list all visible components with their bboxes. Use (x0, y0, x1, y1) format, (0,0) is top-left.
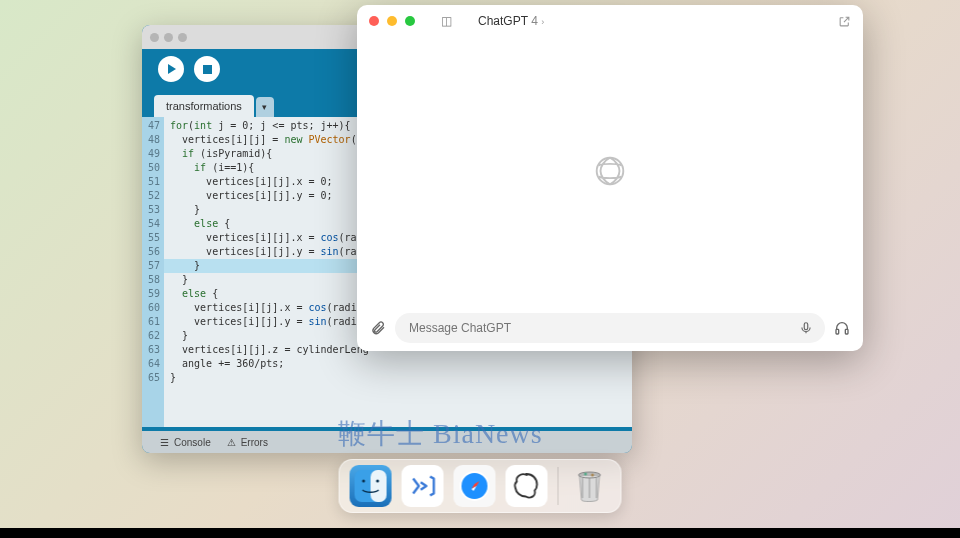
run-button[interactable] (158, 56, 184, 82)
sidebar-toggle-icon[interactable]: ◫ (441, 14, 452, 28)
svg-point-7 (376, 480, 379, 483)
mic-button[interactable] (797, 319, 815, 337)
dock-separator (558, 467, 559, 505)
tab-dropdown-button[interactable]: ▾ (256, 97, 274, 117)
chat-titlebar: ◫ ChatGPT 4 › (357, 5, 863, 37)
dock-item-editor[interactable] (402, 465, 444, 507)
bottom-bar (0, 528, 960, 538)
safari-icon (458, 469, 492, 503)
editor-traffic-lights (150, 33, 187, 42)
dock-item-safari[interactable] (454, 465, 496, 507)
dock-item-trash[interactable] (569, 465, 611, 507)
mic-icon (799, 321, 813, 335)
headphones-button[interactable] (833, 319, 851, 337)
stop-button[interactable] (194, 56, 220, 82)
chat-input-wrap (395, 313, 825, 343)
dock-item-finder[interactable] (350, 465, 392, 507)
play-icon (168, 64, 176, 74)
console-tab[interactable]: ☰ Console (160, 437, 211, 448)
svg-rect-5 (371, 470, 387, 502)
openai-logo-icon (591, 152, 629, 190)
chat-input[interactable] (395, 313, 825, 343)
open-external-icon (838, 15, 851, 28)
console-icon: ☰ (160, 437, 170, 447)
svg-rect-3 (845, 329, 848, 334)
dock-item-chatgpt[interactable] (506, 465, 548, 507)
chevron-right-icon: › (541, 17, 544, 27)
chat-minimize-button[interactable] (387, 16, 397, 26)
chat-zoom-button[interactable] (405, 16, 415, 26)
stop-icon (203, 65, 212, 74)
attach-button[interactable] (369, 319, 387, 337)
trash-icon (573, 467, 607, 505)
svg-point-12 (584, 473, 587, 476)
chatgpt-window: ◫ ChatGPT 4 › (357, 5, 863, 351)
svg-point-13 (591, 474, 594, 477)
svg-rect-2 (836, 329, 839, 334)
paperclip-icon (370, 320, 386, 336)
chatgpt-app-icon (512, 471, 542, 501)
svg-point-6 (362, 480, 365, 483)
dock (339, 459, 622, 513)
line-gutter: 47 48 49 50 51 52 53 54 55 56 57 58 59 6… (142, 117, 164, 427)
editor-app-icon (408, 471, 438, 501)
open-external-button[interactable] (838, 15, 851, 28)
errors-tab[interactable]: ⚠ Errors (227, 437, 268, 448)
editor-close-button[interactable] (150, 33, 159, 42)
chat-body (357, 37, 863, 305)
chat-input-row (357, 305, 863, 351)
editor-minimize-button[interactable] (164, 33, 173, 42)
warning-icon: ⚠ (227, 437, 237, 447)
chat-close-button[interactable] (369, 16, 379, 26)
editor-zoom-button[interactable] (178, 33, 187, 42)
chat-app-title[interactable]: ChatGPT 4 › (478, 14, 544, 28)
headphones-icon (834, 320, 850, 336)
finder-icon (355, 470, 387, 502)
watermark-text: 鞭牛士 BiaNews (338, 415, 543, 453)
tab-transformations[interactable]: transformations (154, 95, 254, 117)
svg-rect-1 (804, 323, 808, 330)
